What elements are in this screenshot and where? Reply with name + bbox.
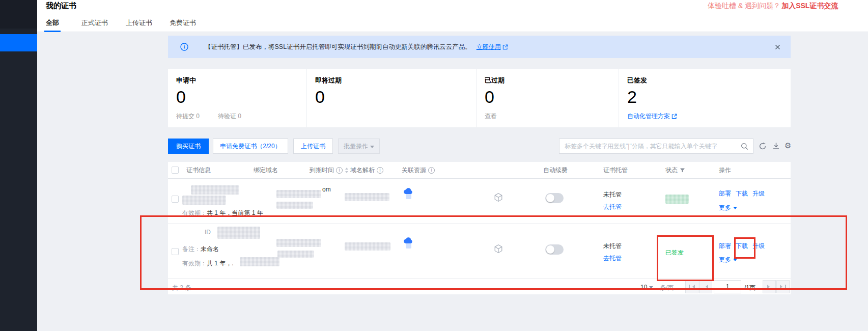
status-badge: 已签发 — [665, 249, 684, 257]
redacted-cert-id — [217, 227, 260, 239]
download-list-icon[interactable] — [772, 142, 780, 150]
upgrade-link[interactable]: 升级 — [752, 189, 765, 198]
redacted-expire-date — [345, 193, 389, 201]
hosting-info-banner: 【证书托管】已发布，将SSL证书开启托管即可实现证书到期前自动更新关联的腾讯云云… — [168, 36, 791, 58]
stat-value: 0 — [315, 86, 476, 107]
select-all-checkbox[interactable] — [172, 167, 179, 174]
stat-label: 已过期 — [485, 76, 619, 85]
search-box — [559, 139, 753, 154]
info-icon[interactable] — [377, 167, 383, 174]
row-checkbox[interactable] — [172, 196, 179, 203]
stat-value: 0 — [176, 86, 306, 107]
last-page-button[interactable] — [776, 280, 790, 293]
more-link[interactable]: 更多 — [719, 256, 737, 264]
row-checkbox[interactable] — [172, 248, 179, 255]
apply-free-cert-button[interactable]: 申请免费证书（2/20） — [213, 139, 288, 154]
info-icon[interactable] — [336, 167, 343, 174]
deploy-link[interactable]: 部署 — [719, 242, 731, 251]
view-expired-link[interactable]: 查看 — [485, 112, 497, 121]
search-icon[interactable] — [736, 143, 753, 150]
redacted-cert-id — [182, 196, 226, 205]
deploy-link[interactable]: 部署 — [719, 189, 731, 198]
redacted-domain-2 — [277, 251, 314, 258]
page-number-input[interactable] — [714, 280, 741, 293]
upgrade-link[interactable]: 升级 — [752, 242, 765, 251]
sidebar-item-active[interactable] — [0, 34, 37, 51]
stat-applying: 申请中 0 待提交 0 待验证 0 — [168, 69, 306, 127]
page-total-label: /1页 — [744, 284, 755, 292]
sort-icon[interactable] — [345, 167, 349, 174]
first-page-button[interactable] — [685, 280, 698, 293]
join-ssl-group-link[interactable]: 加入SSL证书交流 — [781, 2, 838, 10]
close-icon[interactable] — [775, 44, 780, 50]
refresh-icon[interactable] — [759, 142, 767, 150]
sidebar-logo-area — [0, 0, 37, 29]
upload-cert-button[interactable]: 上传证书 — [293, 139, 333, 154]
id-label: ID — [205, 229, 211, 236]
col-domain: 绑定域名 — [254, 162, 278, 178]
resource-cube-icon[interactable] — [494, 244, 503, 254]
external-link-icon — [502, 44, 508, 50]
page-header: 我的证书 体验吐槽 & 遇到问题？加入SSL证书交流 全部 正式证书 上传证书 … — [37, 0, 868, 32]
page-size-unit: 条/页 — [660, 284, 674, 292]
go-hosting-link[interactable]: 去托管 — [603, 203, 622, 211]
batch-actions-button[interactable]: 批量操作 — [338, 139, 380, 154]
next-page-button[interactable] — [763, 280, 776, 293]
table-header-row: 证书信息 绑定域名 到期时间 域名解析 关联资源 自动续费 证书托管 状态 操作 — [168, 162, 791, 179]
automation-plan-link[interactable]: 自动化管理方案 — [627, 112, 677, 121]
row-operations: 部署 下载 升级 — [719, 189, 765, 198]
stat-expired: 已过期 0 查看 — [476, 69, 619, 127]
validity-text: 有效期：共 1 年，. — [182, 259, 234, 268]
automation-plan-label: 自动化管理方案 — [627, 112, 670, 121]
sidebar — [0, 0, 37, 331]
stat-issued: 已签发 2 自动化管理方案 — [619, 69, 791, 127]
toolbar: 购买证书 申请免费证书（2/20） 上传证书 批量操作 ⚙ — [168, 139, 791, 154]
stat-label: 已签发 — [627, 76, 791, 85]
download-link[interactable]: 下载 — [736, 189, 748, 198]
tab-free-certs[interactable]: 免费证书 — [170, 18, 196, 27]
dns-cloud-icon[interactable] — [403, 236, 413, 250]
auto-renew-toggle[interactable] — [545, 244, 564, 255]
redacted-expire-date — [345, 242, 390, 251]
stat-sub-pending-submit[interactable]: 待提交 0 — [176, 112, 200, 121]
resource-cube-icon[interactable] — [494, 192, 503, 202]
col-resource: 关联资源 — [402, 162, 435, 178]
auto-renew-toggle[interactable] — [545, 193, 564, 203]
ssl-console-app: 我的证书 体验吐槽 & 遇到问题？加入SSL证书交流 全部 正式证书 上传证书 … — [0, 0, 868, 331]
tab-all[interactable]: 全部 — [46, 18, 59, 27]
info-icon[interactable] — [428, 167, 435, 174]
redacted-domain-2 — [276, 202, 313, 209]
more-link[interactable]: 更多 — [719, 204, 737, 212]
go-hosting-link[interactable]: 去托管 — [603, 254, 622, 263]
table-row: 有效期：共 1 年，当前第 1 年 om 未托管 去托管 部署 下载 升级 更多 — [168, 179, 791, 224]
col-hosting: 证书托管 — [603, 162, 628, 178]
redacted-validity — [240, 257, 279, 266]
feedback-notice: 体验吐槽 & 遇到问题？加入SSL证书交流 — [708, 2, 838, 11]
search-input[interactable] — [559, 143, 736, 150]
col-dns: 域名解析 — [350, 162, 383, 178]
col-status: 状态 — [665, 162, 685, 178]
tab-uploaded-certs[interactable]: 上传证书 — [126, 18, 152, 27]
buy-cert-button[interactable]: 购买证书 — [168, 139, 209, 154]
stats-cards: 申请中 0 待提交 0 待验证 0 即将过期 0 已过期 0 查看 已签发 2 … — [168, 69, 791, 127]
table-row: ID 备注：未命名 有效期：共 1 年，. 未托管 去托管 已签发 部 — [168, 224, 791, 279]
stat-label: 即将过期 — [315, 76, 476, 85]
filter-icon[interactable] — [680, 168, 685, 173]
prev-page-button[interactable] — [699, 280, 712, 293]
stat-sub-pending-verify[interactable]: 待验证 0 — [218, 112, 241, 121]
hosting-state: 未托管 — [603, 242, 622, 251]
gear-icon[interactable]: ⚙ — [785, 142, 791, 149]
dns-cloud-icon[interactable] — [403, 187, 413, 200]
stat-value: 2 — [627, 86, 791, 107]
batch-actions-label: 批量操作 — [344, 142, 368, 151]
page-size-select[interactable]: 10 — [640, 284, 653, 291]
note-text: 备注：未命名 — [182, 245, 219, 254]
stat-label: 申请中 — [176, 76, 306, 85]
download-link[interactable]: 下载 — [736, 242, 748, 251]
tab-paid-certs[interactable]: 正式证书 — [81, 18, 108, 27]
total-count: 共 2 条 — [172, 284, 191, 292]
col-auto-renew: 自动续费 — [543, 162, 568, 178]
row-operations: 部署 下载 升级 — [719, 242, 765, 251]
redacted-domain — [276, 239, 321, 247]
use-now-link[interactable]: 立即使用 — [477, 43, 508, 51]
